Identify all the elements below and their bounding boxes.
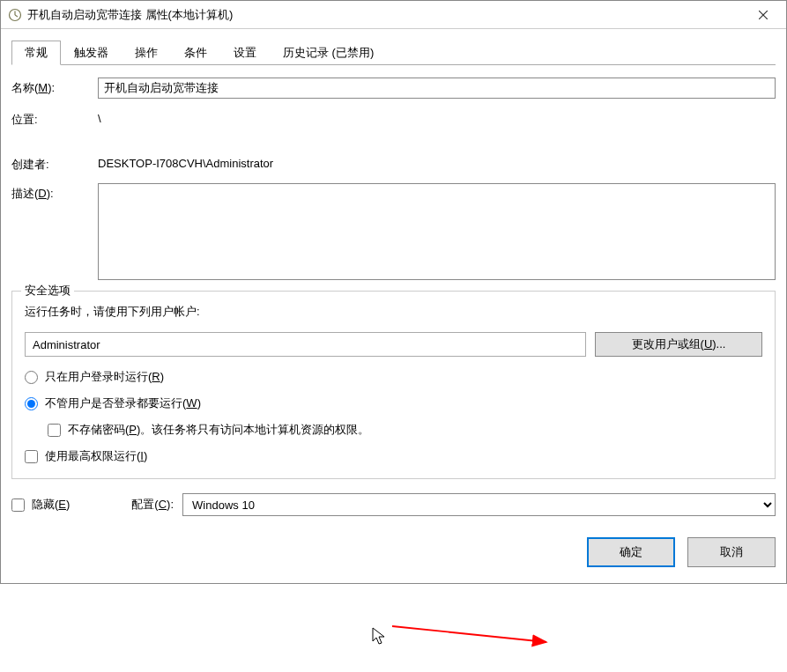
- close-button[interactable]: [744, 2, 783, 28]
- security-group-title: 安全选项: [21, 283, 74, 299]
- titlebar: 开机自动启动宽带连接 属性(本地计算机): [1, 1, 786, 29]
- task-icon: [8, 8, 22, 22]
- window-title: 开机自动启动宽带连接 属性(本地计算机): [27, 7, 744, 23]
- configure-for-label: 配置(C):: [131, 497, 174, 513]
- radio-run-always-input[interactable]: [25, 397, 38, 410]
- properties-dialog: 开机自动启动宽带连接 属性(本地计算机) 常规 触发器 操作 条件 设置 历史记…: [0, 0, 787, 584]
- tab-general[interactable]: 常规: [11, 41, 61, 65]
- tabstrip: 常规 触发器 操作 条件 设置 历史记录 (已禁用): [11, 40, 776, 65]
- checkbox-hidden-label: 隐藏(E): [32, 497, 70, 513]
- close-icon: [759, 11, 768, 19]
- location-value: \: [98, 109, 101, 125]
- radio-run-always[interactable]: 不管用户是否登录都要运行(W): [25, 395, 762, 411]
- location-label: 位置:: [11, 109, 98, 128]
- checkbox-highest-priv-label: 使用最高权限运行(I): [45, 448, 147, 464]
- svg-line-2: [15, 15, 18, 17]
- tab-history[interactable]: 历史记录 (已禁用): [270, 41, 387, 65]
- creator-value: DESKTOP-I708CVH\Administrator: [98, 154, 273, 170]
- account-display: Administrator: [25, 332, 586, 357]
- description-label: 描述(D):: [11, 183, 98, 202]
- run-as-label: 运行任务时，请使用下列用户帐户:: [25, 304, 762, 320]
- security-groupbox: 安全选项 运行任务时，请使用下列用户帐户: Administrator 更改用户…: [11, 291, 776, 479]
- radio-run-always-label: 不管用户是否登录都要运行(W): [45, 395, 201, 411]
- checkbox-hidden[interactable]: 隐藏(E): [11, 497, 70, 513]
- cancel-button[interactable]: 取消: [687, 537, 776, 567]
- radio-run-logged-on[interactable]: 只在用户登录时运行(R): [25, 369, 762, 385]
- checkbox-hidden-input[interactable]: [11, 498, 25, 512]
- checkbox-no-password-label: 不存储密码(P)。该任务将只有访问本地计算机资源的权限。: [68, 422, 369, 438]
- description-input[interactable]: [98, 183, 776, 280]
- radio-run-logged-on-input[interactable]: [25, 371, 38, 384]
- tab-settings[interactable]: 设置: [220, 41, 270, 65]
- creator-label: 创建者:: [11, 154, 98, 173]
- ok-button[interactable]: 确定: [587, 537, 675, 567]
- dialog-content: 常规 触发器 操作 条件 设置 历史记录 (已禁用) 名称(M): 位置: \ …: [1, 29, 786, 583]
- configure-for-select[interactable]: Windows 10: [182, 493, 776, 516]
- checkbox-highest-priv[interactable]: 使用最高权限运行(I): [25, 448, 762, 464]
- name-input[interactable]: [98, 78, 776, 99]
- checkbox-highest-priv-input[interactable]: [25, 450, 38, 463]
- change-user-button[interactable]: 更改用户或组(U)...: [595, 332, 762, 357]
- tab-triggers[interactable]: 触发器: [61, 41, 122, 65]
- checkbox-no-password[interactable]: 不存储密码(P)。该任务将只有访问本地计算机资源的权限。: [48, 422, 762, 438]
- tab-conditions[interactable]: 条件: [171, 41, 220, 65]
- tab-actions[interactable]: 操作: [122, 41, 171, 65]
- name-label: 名称(M):: [11, 78, 98, 96]
- radio-run-logged-on-label: 只在用户登录时运行(R): [45, 369, 164, 385]
- checkbox-no-password-input[interactable]: [48, 424, 61, 437]
